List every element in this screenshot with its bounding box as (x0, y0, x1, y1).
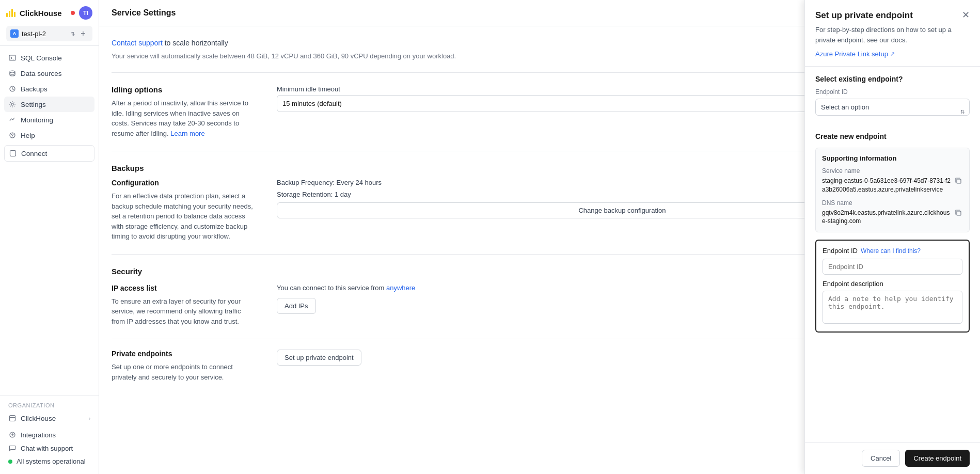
ip-desc: To ensure an extra layer of security for… (112, 296, 256, 327)
endpoint-desc-textarea[interactable] (823, 291, 962, 324)
backups-left: Configuration For an effective data prot… (112, 179, 256, 242)
integrations-link[interactable]: Integrations (4, 428, 94, 441)
chat-support-link[interactable]: Chat with support (4, 441, 94, 455)
backups-icon (8, 85, 17, 93)
dns-name-label: DNS name (822, 199, 963, 207)
sidebar-item-label: Backups (21, 85, 48, 93)
endpoint-id-input[interactable] (823, 259, 962, 275)
settings-icon (8, 100, 17, 108)
azure-link-text: Azure Private Link setup (815, 50, 888, 58)
copy-service-name-button[interactable] (954, 177, 963, 185)
sidebar-item-settings[interactable]: Settings (4, 97, 94, 112)
chat-icon (8, 444, 17, 452)
idling-title: Idling options (112, 85, 256, 94)
status-link: All systems operational (4, 455, 94, 468)
integrations-icon (8, 431, 17, 439)
endpoint-id-section: Endpoint ID Where can I find this? Endpo… (815, 240, 970, 333)
idling-left: Idling options After a period of inactiv… (112, 85, 256, 138)
azure-link[interactable]: Azure Private Link setup ↗ (815, 50, 970, 58)
panel-close-button[interactable]: ✕ (962, 10, 970, 20)
chat-support-label: Chat with support (21, 445, 73, 452)
anywhere-link[interactable]: anywhere (386, 284, 415, 292)
learn-more-link[interactable]: Learn more (170, 130, 204, 137)
connect-label: Connect (21, 150, 47, 157)
sidebar-item-label: Settings (21, 101, 46, 108)
svg-point-2 (11, 103, 13, 105)
endpoint-id-select-label: Endpoint ID (815, 88, 970, 96)
supporting-title: Supporting information (822, 154, 963, 162)
external-link-icon: ↗ (890, 51, 895, 57)
existing-endpoint-select[interactable]: Select an option (815, 99, 970, 116)
svg-rect-9 (957, 211, 961, 215)
dns-name-value: gqtv8o2m4k.eastus.privatelink.azure.clic… (822, 209, 951, 226)
monitoring-icon (8, 116, 17, 124)
sidebar-item-data-sources[interactable]: Data sources (4, 66, 94, 81)
logo-row: ClickHouse TI (6, 6, 92, 20)
app-name: ClickHouse (20, 9, 62, 18)
idling-desc: After a period of inactivity, allow this… (112, 98, 256, 138)
panel-footer: Cancel Create endpoint (805, 442, 980, 474)
sidebar-item-label: Data sources (21, 70, 62, 77)
service-name-label: Service name (822, 167, 963, 175)
cancel-button[interactable]: Cancel (862, 450, 900, 467)
where-find-link[interactable]: Where can I find this? (861, 247, 921, 255)
logo-bar-2 (9, 11, 10, 17)
data-sources-icon (8, 69, 17, 77)
bottom-links: Integrations Chat with support All syste… (4, 428, 94, 468)
panel-desc: For step-by-step directions on how to se… (815, 25, 970, 45)
connect-icon (9, 149, 17, 157)
supporting-info-box: Supporting information Service name stag… (815, 148, 970, 232)
logo-bar-1 (6, 13, 8, 17)
backup-desc: For an effective data protection plan, s… (112, 191, 256, 242)
main-nav: SQL Console Data sources Backups Setting… (0, 46, 99, 396)
sidebar-item-sql-console[interactable]: SQL Console (4, 50, 94, 66)
create-endpoint-button[interactable]: Create endpoint (905, 450, 970, 467)
add-service-button[interactable]: + (78, 28, 88, 39)
svg-rect-6 (10, 416, 15, 421)
organization-label: Organization (4, 400, 94, 410)
select-existing-title: Select existing endpoint? (815, 75, 970, 83)
panel-title-row: Set up private endpoint ✕ (815, 10, 970, 21)
sidebar-item-connect[interactable]: Connect (4, 145, 94, 162)
svg-rect-5 (10, 151, 16, 156)
sidebar: ClickHouse TI A test-pl-2 ⇅ + SQL Consol… (0, 0, 99, 474)
dns-name-value-row: gqtv8o2m4k.eastus.privatelink.azure.clic… (822, 209, 963, 226)
status-indicator (71, 11, 75, 15)
sidebar-item-label: Monitoring (21, 116, 53, 124)
add-ips-button[interactable]: Add IPs (277, 298, 316, 314)
private-title: Private endpoints (112, 350, 256, 358)
sidebar-item-backups[interactable]: Backups (4, 81, 94, 97)
logo-bar-4 (14, 12, 15, 17)
endpoint-id-field-label: Endpoint ID Where can I find this? (823, 247, 962, 255)
ip-title: IP access list (112, 284, 256, 292)
panel-header: Set up private endpoint ✕ For step-by-st… (805, 0, 980, 67)
avatar[interactable]: TI (79, 6, 92, 20)
service-name-value-row: staging-eastus-0-5a631ee3-697f-45d7-8731… (822, 177, 963, 194)
backup-config-title: Configuration (112, 179, 256, 187)
panel-title: Set up private endpoint (815, 10, 913, 21)
scale-suffix: to scale horizontally (163, 39, 228, 47)
copy-dns-name-button[interactable] (954, 209, 963, 217)
logo-icon (6, 9, 15, 17)
status-dot-icon (8, 460, 12, 464)
private-left: Private endpoints Set up one or more end… (112, 350, 256, 382)
svg-point-1 (10, 71, 15, 73)
private-desc: Set up one or more endpoints to connect … (112, 362, 256, 382)
service-name: test-pl-2 (22, 30, 68, 38)
sidebar-item-label: Help (21, 132, 35, 139)
ip-left: IP access list To ensure an extra layer … (112, 284, 256, 327)
sidebar-item-help[interactable]: Help (4, 128, 94, 143)
org-item[interactable]: ClickHouse › (4, 410, 94, 426)
sidebar-item-monitoring[interactable]: Monitoring (4, 112, 94, 128)
integrations-label: Integrations (21, 431, 56, 439)
create-new-title: Create new endpoint (815, 132, 970, 140)
sidebar-item-label: SQL Console (21, 54, 62, 62)
service-name-field: Service name staging-eastus-0-5a631ee3-6… (822, 167, 963, 194)
dns-name-field: DNS name gqtv8o2m4k.eastus.privatelink.a… (822, 199, 963, 226)
panel-body: Select existing endpoint? Endpoint ID Se… (805, 67, 980, 442)
setup-private-endpoint-button[interactable]: Set up private endpoint (277, 350, 361, 366)
org-chevron-icon: › (89, 416, 90, 421)
contact-support-link[interactable]: Contact support (112, 39, 163, 47)
svg-rect-0 (9, 55, 15, 60)
service-selector[interactable]: A test-pl-2 ⇅ + (6, 26, 92, 41)
